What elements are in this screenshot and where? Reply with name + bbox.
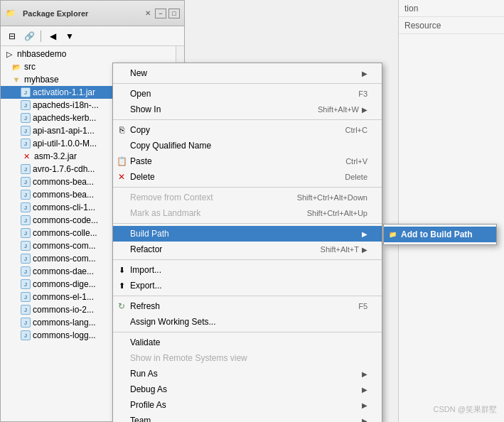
menu-label-open: Open (130, 89, 344, 99)
submenu-arrow: ▶ (362, 70, 368, 77)
menu-separator (113, 296, 382, 296)
back-button[interactable]: ◀ (45, 29, 60, 43)
shortcut-refactor: Shift+Alt+T (321, 245, 359, 254)
panel-title-bar: 📁 Package Explorer ✕ − □ (1, 1, 184, 26)
submenu-arrow: ▶ (362, 401, 368, 409)
menu-item-run-as[interactable]: Run As ▶ (113, 366, 382, 382)
menu-label-show-remote: Show in Remote Systems view (130, 353, 368, 363)
submenu-arrow: ▶ (362, 246, 368, 254)
tree-label: commons-com... (33, 254, 96, 264)
show-remote-icon (116, 352, 127, 364)
shortcut-delete: Delete (345, 173, 368, 181)
right-panel-row-resource: Resource (399, 17, 504, 34)
menu-item-assign-working-sets[interactable]: Assign Working Sets... (113, 314, 382, 330)
menu-item-show-remote: Show in Remote Systems view (113, 350, 382, 366)
build-path-icon (116, 228, 127, 239)
menu-item-validate[interactable]: Validate (113, 335, 382, 350)
profile-as-icon (116, 399, 127, 411)
menu-item-delete[interactable]: ✕ Delete Delete (113, 169, 382, 185)
copy-icon: ⎘ (116, 124, 127, 136)
tree-label: commons-lang... (33, 318, 96, 328)
menu-label-assign-working-sets: Assign Working Sets... (130, 317, 368, 327)
menu-separator (113, 223, 382, 224)
folder-icon: ▼ (11, 74, 22, 85)
menu-separator (113, 119, 382, 120)
open-icon (116, 88, 127, 99)
tree-label: commons-colle... (33, 228, 97, 238)
project-icon: ▷ (4, 48, 15, 60)
menu-separator (113, 187, 382, 188)
menu-item-build-path[interactable]: Build Path ▶ 📁 Add to Build Path (113, 226, 382, 242)
menu-label-profile-as: Profile As (130, 400, 359, 410)
tree-item-nhbasedemo[interactable]: ▷ nhbasedemo (1, 48, 184, 60)
menu-item-paste[interactable]: 📋 Paste Ctrl+V (113, 153, 382, 169)
menu-item-export[interactable]: ⬆ Export... (113, 278, 382, 293)
link-button[interactable]: 🔗 (22, 29, 36, 43)
maximize-button[interactable]: □ (168, 9, 180, 18)
panel-title: Package Explorer (23, 9, 141, 18)
menu-item-new[interactable]: New ▶ (113, 65, 382, 81)
export-icon: ⬆ (116, 280, 127, 291)
panel-window-controls: − □ (155, 9, 180, 18)
copy-qualified-icon (116, 140, 127, 151)
mark-landmark-icon (116, 207, 127, 219)
jar-icon: J (21, 228, 31, 238)
tree-label: apacheds-kerb... (33, 113, 96, 123)
shortcut-mark-landmark: Shift+Ctrl+Alt+Up (307, 209, 368, 217)
tree-label: commons-com... (33, 241, 96, 251)
tree-label: commons-bea... (33, 190, 94, 200)
jar-icon: J (21, 202, 31, 212)
validate-icon (116, 337, 127, 348)
collapse-icon: ⊟ (9, 31, 16, 41)
menu-label-paste: Paste (130, 156, 331, 166)
menu-label-delete: Delete (130, 172, 331, 182)
menu-label-copy-qualified: Copy Qualified Name (130, 141, 368, 151)
menu-item-show-in[interactable]: Show In Shift+Alt+W ▶ (113, 102, 382, 117)
menu-label-debug-as: Debug As (130, 384, 359, 394)
menu-label-validate: Validate (130, 337, 368, 347)
menu-item-team[interactable]: Team ▶ (113, 413, 382, 422)
run-as-icon (116, 368, 127, 379)
menu-label-run-as: Run As (130, 369, 359, 379)
jar-icon: J (21, 126, 31, 136)
menu-item-copy-qualified[interactable]: Copy Qualified Name (113, 138, 382, 153)
menu-label-refresh: Refresh (130, 301, 344, 311)
jar-icon: J (21, 100, 31, 110)
add-build-path-icon: 📁 (387, 229, 398, 240)
jar-icon: J (21, 164, 31, 174)
tree-label: api-asn1-api-1... (33, 126, 95, 136)
build-path-submenu: 📁 Add to Build Path (383, 224, 497, 245)
tree-label: commons-dae... (33, 266, 94, 276)
submenu-arrow: ▶ (362, 417, 368, 423)
tree-label: apacheds-i18n-... (33, 100, 99, 110)
src-folder-icon: 📂 (11, 61, 22, 72)
menu-separator (113, 259, 382, 260)
jar-icon: J (21, 190, 31, 200)
view-menu-button[interactable]: ▼ (63, 29, 77, 43)
menu-item-import[interactable]: ⬇ Import... (113, 262, 382, 278)
menu-item-refresh[interactable]: ↻ Refresh F5 (113, 298, 382, 314)
tree-label: commons-code... (33, 215, 98, 225)
menu-label-remove-context: Remove from Context (130, 193, 283, 202)
jar-error-icon: ✕ (21, 151, 32, 162)
menu-item-copy[interactable]: ⎘ Copy Ctrl+C (113, 122, 382, 138)
menu-item-debug-as[interactable]: Debug As ▶ (113, 382, 382, 397)
menu-item-refactor[interactable]: Refactor Shift+Alt+T ▶ (113, 242, 382, 257)
view-menu-icon: ▼ (65, 31, 74, 41)
submenu-item-add-to-build-path[interactable]: 📁 Add to Build Path (384, 227, 496, 242)
panel-tab-close-icon[interactable]: ✕ (145, 9, 151, 17)
right-panel-row-tion: tion (399, 0, 504, 17)
link-icon: 🔗 (24, 31, 35, 41)
shortcut-refresh: F5 (358, 302, 368, 310)
new-icon (116, 67, 127, 79)
right-panel-label-tion: tion (404, 4, 418, 13)
shortcut-remove-context: Shift+Ctrl+Alt+Down (297, 193, 368, 202)
collapse-all-button[interactable]: ⊟ (5, 29, 19, 43)
menu-label-mark-landmark: Mark as Landmark (130, 208, 293, 218)
menu-item-profile-as[interactable]: Profile As ▶ (113, 397, 382, 413)
tree-label: commons-cli-1... (33, 202, 95, 212)
shortcut-show-in: Shift+Alt+W (318, 105, 359, 114)
menu-item-open[interactable]: Open F3 (113, 86, 382, 102)
minimize-button[interactable]: − (155, 9, 166, 18)
menu-label-team: Team (130, 416, 359, 422)
